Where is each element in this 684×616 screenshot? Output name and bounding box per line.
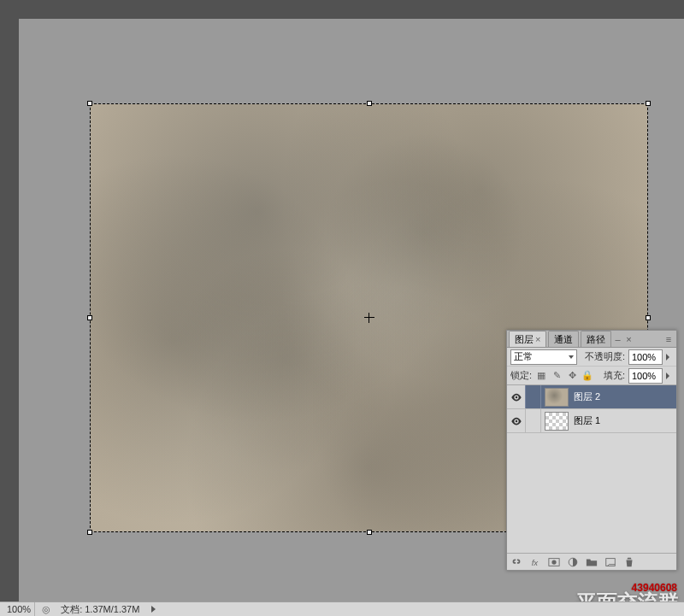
- tab-layers[interactable]: 图层×: [509, 331, 546, 347]
- delete-layer-icon[interactable]: [622, 556, 636, 568]
- doc-label: 文档:: [61, 603, 82, 616]
- opacity-value: 100%: [632, 352, 656, 362]
- layer-name[interactable]: 图层 1: [572, 414, 676, 427]
- svg-point-1: [515, 419, 516, 421]
- transform-handle-top-right[interactable]: [646, 101, 651, 106]
- layer-style-icon[interactable]: fx: [528, 556, 542, 568]
- layer-visibility-toggle[interactable]: [507, 409, 526, 432]
- transform-handle-bottom-left[interactable]: [87, 530, 92, 535]
- panel-tabstrip: 图层× 通道 路径 – × ≡: [507, 331, 676, 348]
- link-layers-icon[interactable]: [510, 556, 523, 568]
- layer-link-col[interactable]: [526, 385, 541, 408]
- left-toolbar-area: [0, 19, 19, 601]
- layer-link-col[interactable]: [526, 409, 541, 432]
- zoom-level[interactable]: 100%: [3, 602, 35, 616]
- adjustment-layer-icon[interactable]: [566, 556, 580, 568]
- transform-handle-bottom-center[interactable]: [367, 530, 372, 535]
- status-indicator-icon[interactable]: ◎: [40, 604, 52, 615]
- new-layer-icon[interactable]: [604, 556, 617, 568]
- eye-icon: [510, 415, 522, 427]
- panel-minimize-icon[interactable]: –: [613, 334, 622, 344]
- layer-name[interactable]: 图层 2: [572, 390, 676, 403]
- layer-thumbnail[interactable]: [545, 412, 569, 431]
- layers-list[interactable]: 图层 2 图层 1: [507, 385, 676, 553]
- layer-row[interactable]: 图层 1: [507, 409, 676, 433]
- tab-channels[interactable]: 通道: [548, 331, 579, 347]
- lock-label: 锁定:: [510, 369, 532, 382]
- lock-all-icon[interactable]: 🔒: [581, 370, 593, 382]
- panel-menu-icon[interactable]: ≡: [663, 334, 675, 344]
- layer-thumbnail[interactable]: [545, 388, 569, 407]
- blend-opacity-row: 正常 不透明度: 100%: [507, 348, 676, 367]
- transform-handle-top-center[interactable]: [367, 101, 372, 106]
- transform-handle-top-left[interactable]: [87, 101, 92, 106]
- svg-text:fx: fx: [532, 557, 540, 566]
- svg-point-0: [515, 396, 516, 397]
- tab-label: 图层: [515, 334, 534, 344]
- top-menubar-area: [0, 0, 684, 19]
- tab-close-icon[interactable]: ×: [535, 334, 540, 344]
- layer-visibility-toggle[interactable]: [507, 385, 526, 408]
- blend-mode-value: 正常: [514, 350, 533, 363]
- status-bar: 100% ◎ 文档: 1.37M/1.37M: [0, 601, 684, 616]
- lock-pixels-icon[interactable]: ✎: [551, 370, 563, 382]
- svg-point-4: [551, 560, 556, 564]
- fill-input[interactable]: 100%: [628, 368, 663, 384]
- layer-mask-icon[interactable]: [547, 556, 561, 568]
- opacity-label: 不透明度:: [585, 350, 625, 363]
- blend-mode-select[interactable]: 正常: [510, 349, 577, 365]
- fill-value: 100%: [632, 371, 656, 381]
- lock-fill-row: 锁定: ▦ ✎ ✥ 🔒 填充: 100%: [507, 367, 676, 385]
- doc-value: 1.37M/1.37M: [85, 604, 139, 614]
- layers-panel-footer: fx: [507, 553, 676, 570]
- lock-position-icon[interactable]: ✥: [566, 370, 578, 382]
- status-flyout-icon[interactable]: [151, 606, 156, 613]
- transform-handle-mid-right[interactable]: [646, 315, 651, 320]
- transform-handle-mid-left[interactable]: [87, 315, 92, 320]
- tab-paths[interactable]: 路径: [581, 331, 611, 347]
- layers-panel[interactable]: 图层× 通道 路径 – × ≡ 正常 不透明度: 100% 锁定: ▦ ✎ ✥ …: [506, 330, 677, 571]
- document-size[interactable]: 文档: 1.37M/1.37M: [57, 602, 143, 616]
- opacity-input[interactable]: 100%: [628, 349, 663, 365]
- panel-close-icon[interactable]: ×: [623, 334, 634, 344]
- eye-icon: [510, 391, 522, 403]
- new-group-icon[interactable]: [585, 556, 598, 568]
- fill-label: 填充:: [604, 369, 625, 382]
- lock-transparency-icon[interactable]: ▦: [535, 370, 547, 382]
- layer-row[interactable]: 图层 2: [507, 385, 676, 409]
